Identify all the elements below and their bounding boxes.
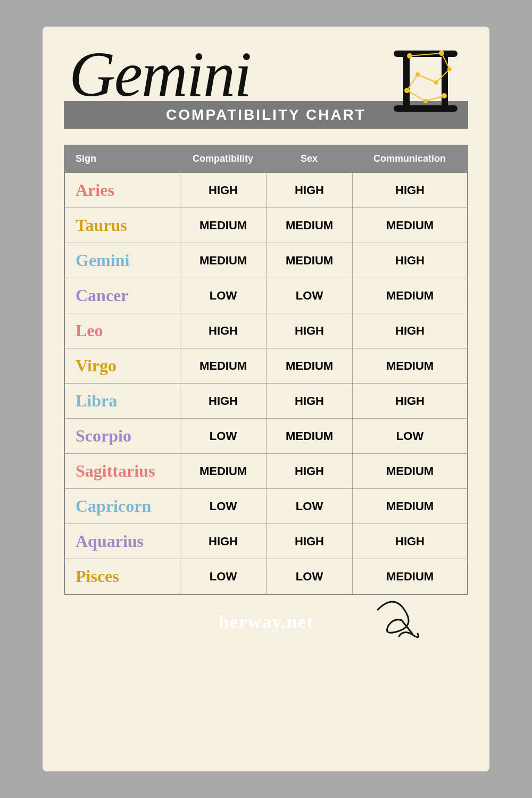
sex-cell: LOW (266, 278, 352, 313)
footer-website: herway.net (219, 611, 314, 633)
sex-cell: LOW (266, 559, 352, 594)
sign-cell-pisces: Pisces (65, 559, 180, 594)
table-row: AriesHIGHHIGHHIGH (65, 173, 467, 208)
compatibility-cell: HIGH (180, 313, 266, 348)
sex-cell: HIGH (266, 524, 352, 559)
communication-cell: MEDIUM (352, 489, 467, 523)
table-row: LeoHIGHHIGHHIGH (65, 313, 467, 348)
compatibility-cell: HIGH (180, 524, 266, 559)
table-row: CancerLOWLOWMEDIUM (65, 278, 467, 313)
table-header: Sign Compatibility Sex Communication (65, 146, 467, 173)
table-row: GeminiMEDIUMMEDIUMHIGH (65, 243, 467, 278)
gemini-symbol (388, 43, 463, 122)
col-sign: Sign (65, 146, 180, 172)
table-row: LibraHIGHHIGHHIGH (65, 384, 467, 419)
sex-cell: MEDIUM (266, 208, 352, 243)
sign-cell-libra: Libra (65, 384, 180, 418)
compatibility-cell: MEDIUM (180, 208, 266, 243)
compatibility-cell: HIGH (180, 384, 266, 418)
compatibility-cell: LOW (180, 559, 266, 594)
col-compatibility: Compatibility (180, 146, 266, 172)
sign-cell-virgo: Virgo (65, 348, 180, 383)
compatibility-cell: LOW (180, 278, 266, 313)
sign-cell-capricorn: Capricorn (65, 489, 180, 523)
sign-cell-taurus: Taurus (65, 208, 180, 243)
table-row: CapricornLOWLOWMEDIUM (65, 489, 467, 524)
sign-cell-aries: Aries (65, 173, 180, 207)
sex-cell: HIGH (266, 173, 352, 207)
svg-line-17 (407, 90, 426, 101)
communication-cell: HIGH (352, 524, 467, 559)
sex-cell: HIGH (266, 454, 352, 488)
communication-cell: HIGH (352, 173, 467, 207)
compatibility-cell: HIGH (180, 173, 266, 207)
sign-cell-aquarius: Aquarius (65, 524, 180, 559)
communication-cell: MEDIUM (352, 278, 467, 313)
sex-cell: HIGH (266, 313, 352, 348)
compatibility-cell: MEDIUM (180, 454, 266, 488)
table-row: SagittariusMEDIUMHIGHMEDIUM (65, 454, 467, 489)
compatibility-cell: LOW (180, 419, 266, 453)
sign-cell-cancer: Cancer (65, 278, 180, 313)
sex-cell: MEDIUM (266, 348, 352, 383)
table-row: VirgoMEDIUMMEDIUMMEDIUM (65, 348, 467, 384)
col-communication: Communication (352, 146, 467, 172)
sign-cell-scorpio: Scorpio (65, 419, 180, 453)
communication-cell: HIGH (352, 243, 467, 278)
communication-cell: LOW (352, 419, 467, 453)
communication-cell: MEDIUM (352, 559, 467, 594)
col-sex: Sex (266, 146, 352, 172)
sex-cell: MEDIUM (266, 243, 352, 278)
main-card: Gemini (43, 27, 489, 771)
table-row: TaurusMEDIUMMEDIUMMEDIUM (65, 208, 467, 243)
communication-cell: HIGH (352, 384, 467, 418)
sex-cell: LOW (266, 489, 352, 523)
sign-cell-sagittarius: Sagittarius (65, 454, 180, 488)
svg-line-18 (426, 96, 444, 101)
svg-line-15 (418, 74, 436, 82)
sex-cell: MEDIUM (266, 419, 352, 453)
sex-cell: HIGH (266, 384, 352, 418)
communication-cell: MEDIUM (352, 454, 467, 488)
footer-decoration (372, 599, 426, 644)
sign-cell-leo: Leo (65, 313, 180, 348)
compatibility-cell: LOW (180, 489, 266, 523)
table-body: AriesHIGHHIGHHIGHTaurusMEDIUMMEDIUMMEDIU… (65, 173, 467, 594)
footer-section: herway.net (64, 611, 468, 633)
sign-cell-gemini: Gemini (65, 243, 180, 278)
compatibility-cell: MEDIUM (180, 348, 266, 383)
compatibility-cell: MEDIUM (180, 243, 266, 278)
table-row: AquariusHIGHHIGHHIGH (65, 524, 467, 559)
table-row: PiscesLOWLOWMEDIUM (65, 559, 467, 594)
svg-rect-2 (403, 51, 410, 112)
table-row: ScorpioLOWMEDIUMLOW (65, 419, 467, 454)
communication-cell: MEDIUM (352, 348, 467, 383)
communication-cell: HIGH (352, 313, 467, 348)
compatibility-table: Sign Compatibility Sex Communication Ari… (64, 145, 468, 595)
header-section: Gemini (64, 37, 468, 134)
communication-cell: MEDIUM (352, 208, 467, 243)
